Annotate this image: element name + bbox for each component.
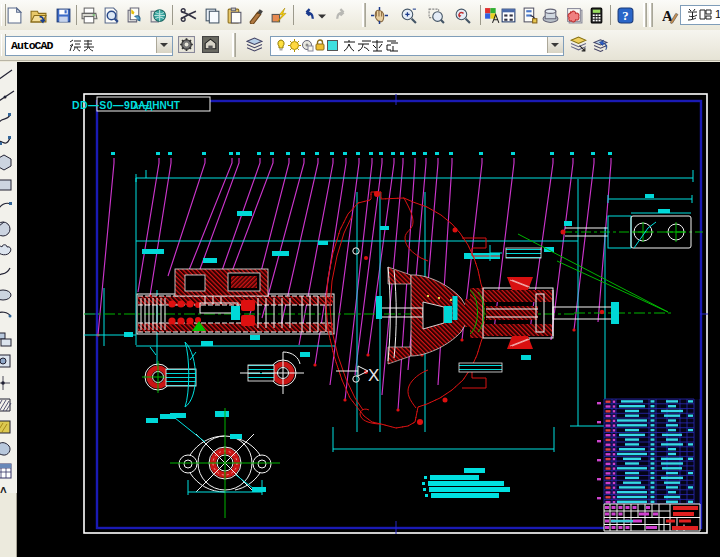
svg-text:A: A bbox=[0, 485, 9, 493]
svg-text:λΛДΗΝЧΤ: λΛДΗΝЧΤ bbox=[133, 100, 180, 111]
svg-text:X: X bbox=[368, 366, 379, 385]
svg-text:?: ? bbox=[622, 9, 628, 23]
